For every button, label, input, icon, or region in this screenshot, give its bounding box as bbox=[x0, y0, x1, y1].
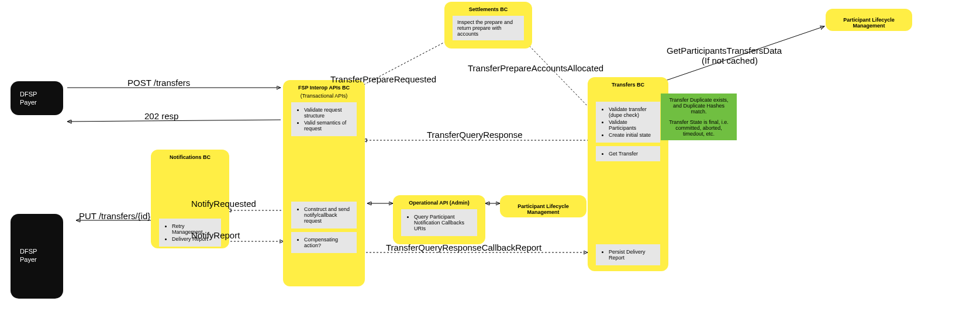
label-post-transfers: POST /transfers bbox=[127, 78, 190, 88]
task-notify-callback: Construct and send notify/callback reque… bbox=[291, 202, 357, 228]
note-duplicate: Transfer Duplicate exists, and Duplicate… bbox=[661, 94, 737, 140]
bc-title: Settlements BC bbox=[449, 6, 527, 12]
label-put-transfers: PUT /transfers/{id} bbox=[79, 211, 150, 221]
label-202-resp: 202 resp bbox=[144, 111, 178, 121]
label-transfer-prepare-requested: TransferPrepareRequested bbox=[330, 74, 436, 84]
actor-dfsp-payer-bottom: DFSP Payer bbox=[11, 214, 63, 299]
bc-operational-api: Operational API (Admin) Query Participan… bbox=[393, 195, 485, 244]
label-callback-report: TransferQueryResponseCallbackReport bbox=[386, 243, 541, 252]
task-get-transfer: Get Transfer bbox=[596, 146, 660, 161]
bc-settlements: Settlements BC Inspect the prepare and r… bbox=[444, 2, 532, 49]
bc-title: Participant Lifecycle Management bbox=[505, 203, 582, 215]
bc-fsp-interop: FSP Interop APIs BC (Transactional APIs)… bbox=[283, 80, 365, 286]
label-transfer-query-response: TransferQueryResponse bbox=[427, 130, 523, 140]
label-transfer-prepare-accounts: TransferPrepareAccountsAllocated bbox=[468, 63, 603, 73]
task-compensating: Compensating action? bbox=[291, 232, 357, 253]
bc-transfers: Transfers BC Validate transfer (dupe che… bbox=[588, 77, 668, 271]
task-query-callbacks: Query Participant Notification Callbacks… bbox=[401, 209, 477, 236]
label-get-participants-sub: (If not cached) bbox=[702, 56, 758, 65]
label-notify-report: NotifyReport bbox=[191, 230, 240, 240]
actor-line: Payer bbox=[20, 256, 54, 263]
label-get-participants-data: GetParticipantsTransfersData bbox=[667, 46, 782, 56]
svg-line-3 bbox=[524, 41, 592, 111]
bc-title: Notifications BC bbox=[156, 154, 225, 160]
task-validate-transfer: Validate transfer (dupe check) Validate … bbox=[596, 102, 660, 143]
actor-line: Payer bbox=[20, 99, 54, 106]
bc-title: Participant Lifecycle Management bbox=[830, 17, 907, 29]
bc-title: Operational API (Admin) bbox=[398, 200, 481, 206]
actor-dfsp-payer-top: DFSP Payer bbox=[11, 81, 63, 115]
task-validate-request: Validate request structure Valid semanti… bbox=[291, 102, 357, 136]
bc-title: Transfers BC bbox=[592, 82, 664, 88]
task-persist-delivery: Persist Delivery Report bbox=[596, 244, 660, 265]
bc-subtitle: (Transactional APIs) bbox=[288, 93, 360, 99]
actor-line: DFSP bbox=[20, 91, 54, 98]
actor-line: DFSP bbox=[20, 248, 54, 255]
task-inspect-prepare: Inspect the prepare and return prepare w… bbox=[453, 16, 524, 40]
label-notify-requested: NotifyRequested bbox=[191, 199, 256, 209]
bc-plm-top: Participant Lifecycle Management bbox=[826, 9, 912, 31]
bc-title: FSP Interop APIs BC bbox=[288, 85, 360, 91]
bc-plm-mid: Participant Lifecycle Management bbox=[500, 195, 586, 217]
